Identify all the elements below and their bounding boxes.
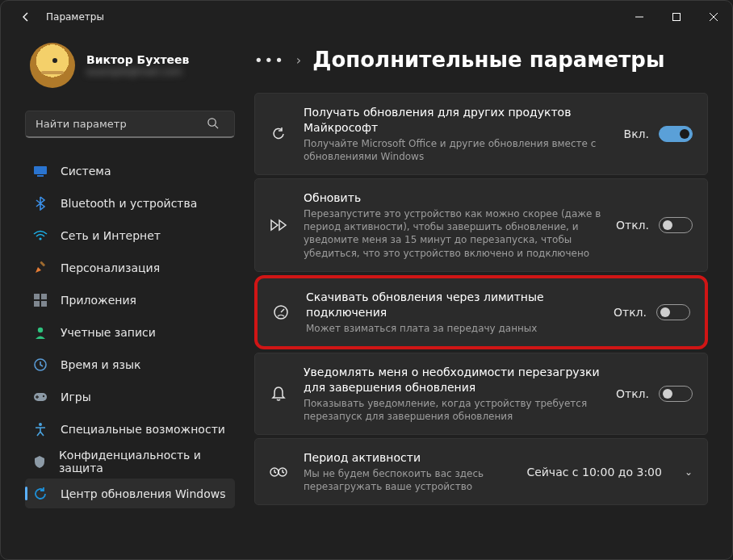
svg-rect-5 — [40, 261, 45, 266]
setting-value: Сейчас с 10:00 до 3:00 — [526, 466, 662, 479]
sidebar-item-accessibility[interactable]: Специальные возможности — [25, 414, 235, 444]
svg-rect-3 — [37, 175, 44, 177]
sidebar-item-label: Центр обновления Windows — [61, 487, 225, 500]
bluetooth-icon — [33, 196, 48, 211]
toggle-switch[interactable] — [656, 304, 690, 320]
chevron-down-icon: ⌄ — [685, 466, 693, 478]
sidebar-item-label: Время и язык — [61, 358, 140, 371]
sidebar-item-brush[interactable]: Персонализация — [25, 253, 235, 282]
body: Виктор Бухтеев example@mail.com СистемаB… — [1, 33, 732, 559]
maximize-button[interactable] — [658, 3, 695, 31]
titlebar: Параметры — [1, 1, 732, 33]
privacy-icon — [33, 454, 46, 469]
search-wrap — [25, 111, 235, 138]
svg-rect-6 — [34, 294, 40, 299]
setting-card-activity[interactable]: Период активностиМы не будем беспокоить … — [254, 438, 708, 505]
window-controls — [621, 3, 732, 31]
setting-desc: Может взиматься плата за передачу данных — [306, 322, 604, 335]
svg-rect-8 — [34, 301, 40, 307]
sidebar-item-label: Сеть и Интернет — [61, 229, 161, 242]
breadcrumb: ••• › Дополнительные параметры — [254, 48, 708, 72]
setting-desc: Получайте Microsoft Office и другие обно… — [304, 137, 614, 163]
time-icon — [33, 357, 48, 372]
breadcrumb-more[interactable]: ••• — [254, 52, 285, 69]
toggle-switch[interactable] — [659, 386, 693, 402]
minimize-button[interactable] — [621, 3, 658, 31]
sidebar-item-games[interactable]: Игры — [25, 382, 235, 412]
svg-point-13 — [43, 395, 44, 396]
sidebar-item-label: Персонализация — [61, 261, 160, 274]
sidebar-item-bluetooth[interactable]: Bluetooth и устройства — [25, 188, 235, 218]
sidebar-item-label: Специальные возможности — [61, 423, 225, 436]
back-button[interactable] — [12, 3, 40, 31]
nav-list: СистемаBluetooth и устройстваСеть и Инте… — [25, 156, 235, 508]
sidebar-item-label: Система — [61, 165, 111, 178]
svg-point-14 — [39, 423, 42, 426]
content: ••• › Дополнительные параметры Получать … — [243, 33, 732, 559]
search-icon — [207, 117, 219, 129]
setting-title: Период активности — [304, 450, 517, 466]
svg-rect-7 — [41, 294, 47, 299]
sidebar-item-label: Bluetooth и устройства — [61, 197, 197, 210]
setting-card-sync[interactable]: Получать обновления для других продуктов… — [254, 93, 708, 175]
page-title: Дополнительные параметры — [312, 48, 664, 72]
sidebar-item-account[interactable]: Учетные записи — [25, 317, 235, 347]
sidebar: Виктор Бухтеев example@mail.com СистемаB… — [1, 33, 243, 559]
games-icon — [33, 390, 48, 404]
svg-rect-2 — [34, 166, 47, 174]
toggle-state: Откл. — [614, 306, 647, 319]
toggle-state: Откл. — [616, 219, 649, 232]
sidebar-item-label: Конфиденциальность и защита — [59, 449, 227, 474]
setting-desc: Мы не будем беспокоить вас здесь перезаг… — [304, 467, 517, 493]
setting-title: Скачивать обновления через лимитные подк… — [306, 290, 604, 320]
setting-card-metered[interactable]: Скачивать обновления через лимитные подк… — [254, 275, 708, 349]
close-button[interactable] — [695, 3, 732, 31]
cards: Получать обновления для других продуктов… — [254, 93, 708, 505]
sidebar-item-wifi[interactable]: Сеть и Интернет — [25, 220, 235, 250]
toggle-state: Откл. — [616, 387, 649, 400]
toggle-state: Вкл. — [624, 127, 649, 140]
system-icon — [33, 164, 48, 178]
sidebar-item-label: Приложения — [61, 294, 136, 307]
app-title: Параметры — [46, 11, 104, 23]
setting-title: Обновить — [304, 190, 606, 206]
setting-desc: Показывать уведомление, когда устройству… — [304, 397, 606, 423]
apps-icon — [33, 293, 48, 307]
accessibility-icon — [33, 422, 48, 437]
svg-point-1 — [208, 119, 216, 126]
sidebar-item-label: Игры — [61, 391, 91, 403]
sidebar-item-time[interactable]: Время и язык — [25, 349, 235, 379]
user-name: Виктор Бухтеев — [86, 53, 189, 66]
svg-point-4 — [39, 237, 41, 240]
brush-icon — [33, 261, 48, 275]
setting-card-ff[interactable]: ОбновитьПерезапустите это устройство как… — [254, 178, 708, 272]
setting-desc: Перезапустите это устройство как можно с… — [304, 207, 606, 260]
search-input[interactable] — [25, 111, 235, 138]
wifi-icon — [33, 228, 48, 243]
profile[interactable]: Виктор Бухтеев example@mail.com — [25, 40, 235, 104]
setting-card-bell[interactable]: Уведомлять меня о необходимости перезагр… — [254, 353, 708, 435]
sidebar-item-label: Учетные записи — [61, 326, 156, 339]
sidebar-item-update[interactable]: Центр обновления Windows — [25, 479, 235, 508]
svg-rect-0 — [673, 14, 681, 21]
bell-icon — [268, 383, 289, 404]
sidebar-item-apps[interactable]: Приложения — [25, 285, 235, 315]
sidebar-item-system[interactable]: Система — [25, 156, 235, 186]
sidebar-item-privacy[interactable]: Конфиденциальность и защита — [25, 446, 235, 476]
account-icon — [33, 325, 48, 340]
setting-title: Получать обновления для других продуктов… — [304, 105, 614, 136]
svg-point-10 — [38, 327, 43, 332]
sync-icon — [268, 123, 289, 144]
metered-icon — [270, 302, 291, 323]
ff-icon — [268, 215, 289, 236]
avatar — [30, 43, 75, 88]
chevron-right-icon: › — [296, 52, 301, 68]
update-icon — [33, 487, 48, 501]
user-email: example@mail.com — [86, 66, 189, 77]
toggle-switch[interactable] — [659, 217, 693, 233]
toggle-switch[interactable] — [659, 126, 693, 142]
setting-title: Уведомлять меня о необходимости перезагр… — [304, 365, 606, 395]
svg-rect-9 — [41, 301, 47, 307]
settings-window: Параметры Виктор Бухтеев example@mail.co… — [0, 0, 733, 560]
activity-icon — [268, 462, 289, 483]
